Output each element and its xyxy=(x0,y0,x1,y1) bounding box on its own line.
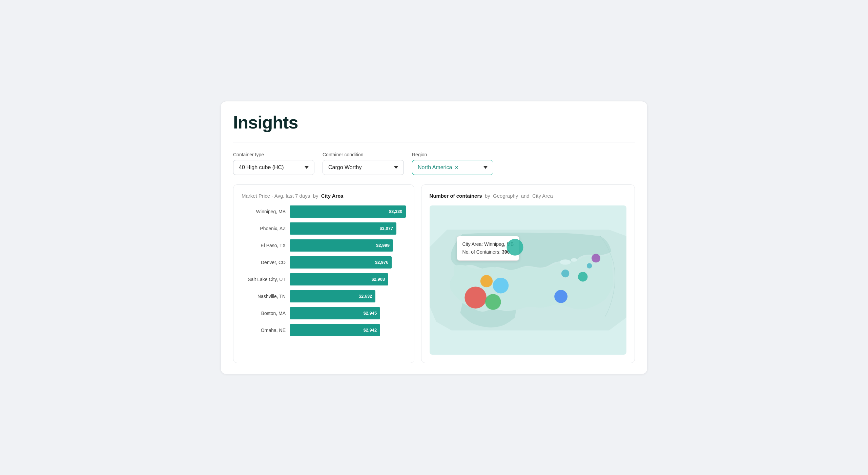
chevron-down-icon xyxy=(305,166,309,169)
map-bubble[interactable] xyxy=(485,294,501,310)
page-title: Insights xyxy=(233,112,635,133)
bar-chart-title-by: by xyxy=(313,193,318,199)
map-chart-card: Number of containers by Geography and Ci… xyxy=(421,184,635,363)
bar-value: $2,945 xyxy=(363,311,377,316)
bar-fill: $2,976 xyxy=(290,256,392,269)
bar-fill: $2,945 xyxy=(290,307,380,319)
bar-track: $2,976 xyxy=(290,256,406,269)
bar-value: $2,999 xyxy=(376,243,390,248)
bar-track: $2,632 xyxy=(290,290,406,302)
bar-chart-title-dimension: City Area xyxy=(321,193,343,199)
chevron-down-icon-condition xyxy=(394,166,398,169)
bar-track: $2,999 xyxy=(290,239,406,252)
map-bubble[interactable] xyxy=(507,239,523,255)
region-tag: North America ✕ xyxy=(418,164,459,171)
bar-label: Omaha, NE xyxy=(242,328,286,333)
container-type-select[interactable]: 40 High cube (HC) xyxy=(233,160,314,175)
bar-row: El Paso, TX$2,999 xyxy=(242,239,406,252)
bar-value: $2,632 xyxy=(359,294,372,299)
map-chart-title-dimension: City Area xyxy=(532,193,553,199)
map-chart-title-geo: Geography xyxy=(493,193,518,199)
map-bubble[interactable] xyxy=(480,275,492,287)
container-type-value: 40 High cube (HC) xyxy=(239,164,284,171)
bar-chart: Winnipeg, MB$3,330Phoenix, AZ$3,077El Pa… xyxy=(242,205,406,336)
region-label: Region xyxy=(412,152,493,157)
bar-row: Nashville, TN$2,632 xyxy=(242,290,406,302)
map-bubble[interactable] xyxy=(554,290,567,303)
map-chart-title-by: by xyxy=(485,193,490,199)
bar-fill: $3,077 xyxy=(290,222,396,235)
container-condition-filter: Container condition Cargo Worthy xyxy=(323,152,404,175)
bar-row: Phoenix, AZ$3,077 xyxy=(242,222,406,235)
map-bubble[interactable] xyxy=(493,277,509,293)
map-chart-title: Number of containers by Geography and Ci… xyxy=(430,193,626,199)
region-clear-button[interactable]: ✕ xyxy=(455,165,459,170)
filters-row: Container type 40 High cube (HC) Contain… xyxy=(233,152,635,175)
bar-value: $2,903 xyxy=(371,277,385,282)
bar-fill: $2,903 xyxy=(290,273,388,285)
container-condition-select[interactable]: Cargo Worthy xyxy=(323,160,404,175)
map-bubble[interactable] xyxy=(561,269,569,277)
map-bubble[interactable] xyxy=(586,263,592,269)
bar-value: $2,942 xyxy=(363,328,377,333)
bar-value: $3,330 xyxy=(389,209,402,214)
bubbles-layer xyxy=(430,205,626,355)
bar-label: Salt Lake City, UT xyxy=(242,277,286,282)
charts-row: Market Price - Avg. last 7 days by City … xyxy=(233,184,635,363)
bar-fill: $3,330 xyxy=(290,205,406,218)
main-container: Insights Container type 40 High cube (HC… xyxy=(221,101,647,374)
bar-track: $3,330 xyxy=(290,205,406,218)
map-chart-title-prefix: Number of containers xyxy=(430,193,482,199)
bar-label: El Paso, TX xyxy=(242,243,286,248)
bar-row: Boston, MA$2,945 xyxy=(242,307,406,319)
bar-row: Winnipeg, MB$3,330 xyxy=(242,205,406,218)
divider xyxy=(233,142,635,142)
container-condition-value: Cargo Worthy xyxy=(328,164,361,171)
bar-track: $2,945 xyxy=(290,307,406,319)
region-value: North America xyxy=(418,164,452,171)
region-filter: Region North America ✕ xyxy=(412,152,493,175)
map-bubble[interactable] xyxy=(578,272,587,281)
map-bubble[interactable] xyxy=(592,254,600,262)
bar-fill: $2,942 xyxy=(290,324,380,336)
bar-chart-title-prefix: Market Price - Avg. last 7 days xyxy=(242,193,310,199)
bar-track: $3,077 xyxy=(290,222,406,235)
container-type-label: Container type xyxy=(233,152,314,157)
bar-fill: $2,999 xyxy=(290,239,393,252)
bar-chart-title: Market Price - Avg. last 7 days by City … xyxy=(242,193,406,199)
bar-label: Winnipeg, MB xyxy=(242,209,286,214)
bar-track: $2,903 xyxy=(290,273,406,285)
bar-label: Nashville, TN xyxy=(242,294,286,299)
container-condition-label: Container condition xyxy=(323,152,404,157)
bar-value: $3,077 xyxy=(379,226,393,231)
bar-row: Denver, CO$2,976 xyxy=(242,256,406,269)
bar-track: $2,942 xyxy=(290,324,406,336)
bar-row: Salt Lake City, UT$2,903 xyxy=(242,273,406,285)
region-select[interactable]: North America ✕ xyxy=(412,160,493,175)
container-type-filter: Container type 40 High cube (HC) xyxy=(233,152,314,175)
map-container: City Area: Winnipeg, MB No. of Container… xyxy=(430,205,626,355)
chevron-down-icon-region xyxy=(483,166,488,169)
bar-label: Boston, MA xyxy=(242,311,286,316)
map-chart-title-and: and xyxy=(521,193,530,199)
map-bubble[interactable] xyxy=(464,286,487,309)
bar-row: Omaha, NE$2,942 xyxy=(242,324,406,336)
bar-label: Denver, CO xyxy=(242,260,286,265)
bar-fill: $2,632 xyxy=(290,290,375,302)
bar-value: $2,976 xyxy=(375,260,389,265)
bar-chart-card: Market Price - Avg. last 7 days by City … xyxy=(233,184,414,363)
bar-label: Phoenix, AZ xyxy=(242,226,286,231)
